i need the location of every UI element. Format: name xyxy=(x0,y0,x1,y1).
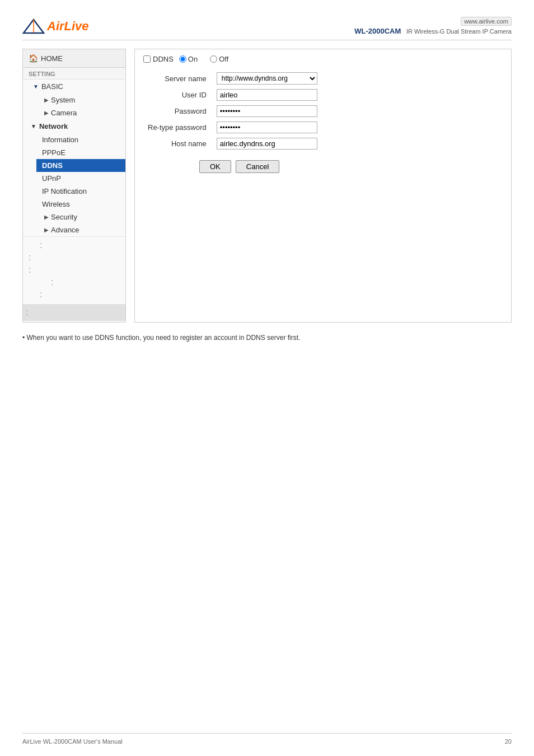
manual-label: AirLive WL-2000CAM User's Manual xyxy=(22,738,123,745)
camera-label: Camera xyxy=(51,109,77,117)
host-name-row: Host name xyxy=(143,136,322,152)
scroll-colon-6: : xyxy=(23,306,125,319)
sidebar-network-submenu: Information PPPoE DDNS UPnP IP Notificat… xyxy=(23,133,125,211)
logo-area: AirLive​ xyxy=(22,18,89,34)
home-icon: 🏠 xyxy=(29,54,38,63)
sidebar-basic-group: ▼ BASIC ▶ System ▶ Camera ▼ Network xyxy=(23,80,125,237)
server-name-input-cell: http://www.dyndns.org xyxy=(212,70,322,87)
retype-password-input-cell xyxy=(212,119,322,136)
sidebar-item-information[interactable]: Information xyxy=(36,133,125,146)
logo-icon xyxy=(22,18,45,34)
ddns-toggle-row: DDNS On Off xyxy=(143,55,503,63)
radio-on-input[interactable] xyxy=(179,55,186,63)
sidebar-scroll-area: : : : : : xyxy=(23,237,125,303)
user-id-row: User ID xyxy=(143,87,322,103)
sidebar-security-sub: ▶ Security xyxy=(23,211,125,223)
security-label: Security xyxy=(51,213,77,221)
sidebar-item-advance[interactable]: ▶ Advance xyxy=(39,223,125,236)
cancel-button[interactable]: Cancel xyxy=(236,160,279,173)
information-label: Information xyxy=(42,136,78,144)
password-input-cell xyxy=(212,103,322,119)
pppoe-label: PPPoE xyxy=(42,148,65,157)
header-model-line: WL-2000CAM IR Wireless-G Dual Stream IP … xyxy=(354,27,512,35)
logo-air: Air xyxy=(47,19,64,33)
content-area: DDNS On Off Server name xyxy=(134,49,512,323)
scroll-colon-5: : xyxy=(29,288,120,301)
user-id-input-cell xyxy=(212,87,322,103)
user-id-input[interactable] xyxy=(217,89,317,101)
wireless-label: Wireless xyxy=(42,200,70,208)
ddns-form: Server name http://www.dyndns.org User I… xyxy=(143,70,322,152)
ddns-check-label: DDNS xyxy=(153,55,174,63)
sidebar-item-upnp[interactable]: UPnP xyxy=(36,172,125,185)
user-id-label-cell: User ID xyxy=(143,87,212,103)
system-arrow-icon: ▶ xyxy=(44,97,49,103)
advance-arrow-icon: ▶ xyxy=(44,227,49,233)
sidebar-system-sub: ▶ System ▶ Camera xyxy=(23,94,125,119)
retype-password-label-cell: Re-type password xyxy=(143,119,212,136)
radio-off-label: Off xyxy=(219,55,228,63)
scroll-colon-1: : xyxy=(29,239,120,251)
header-website: www.airlive.com xyxy=(461,17,512,26)
security-arrow-icon: ▶ xyxy=(44,214,49,220)
sidebar-item-ip-notification[interactable]: IP Notification xyxy=(36,185,125,198)
sidebar-item-ddns[interactable]: DDNS xyxy=(36,159,125,172)
header-model: WL-2000CAM xyxy=(354,27,401,35)
logo-live: Live xyxy=(64,19,89,33)
sidebar-item-security[interactable]: ▶ Security xyxy=(39,211,125,223)
ddns-label: DDNS xyxy=(42,161,63,170)
ok-button[interactable]: OK xyxy=(199,160,231,173)
sidebar-home[interactable]: 🏠 HOME xyxy=(23,49,125,68)
network-arrow-icon: ▼ xyxy=(31,123,36,129)
sidebar-setting-label: SETTING xyxy=(23,68,125,80)
ddns-radio-group: On Off xyxy=(179,55,234,63)
network-label: Network xyxy=(39,122,68,130)
page-number: 20 xyxy=(505,738,512,745)
host-name-input-cell xyxy=(212,136,322,152)
sidebar-item-camera[interactable]: ▶ Camera xyxy=(39,106,125,119)
footer-note: • When you want to use DDNS function, yo… xyxy=(22,334,512,342)
radio-on[interactable]: On xyxy=(179,55,203,63)
host-name-input[interactable] xyxy=(217,138,317,150)
password-label-cell: Password xyxy=(143,103,212,119)
upnp-label: UPnP xyxy=(42,174,61,183)
retype-password-row: Re-type password xyxy=(143,119,322,136)
radio-off[interactable]: Off xyxy=(210,55,234,63)
home-label: HOME xyxy=(41,54,63,63)
basic-arrow-icon: ▼ xyxy=(33,83,39,90)
server-name-label-cell: Server name xyxy=(143,70,212,87)
sidebar-item-wireless[interactable]: Wireless xyxy=(36,198,125,211)
system-label: System xyxy=(51,96,75,104)
ip-notification-label: IP Notification xyxy=(42,187,87,195)
sidebar-item-network[interactable]: ▼ Network xyxy=(23,119,125,133)
server-name-row: Server name http://www.dyndns.org xyxy=(143,70,322,87)
logo-text: AirLive​ xyxy=(47,19,89,34)
page-footer: AirLive WL-2000CAM User's Manual 20 xyxy=(22,733,512,745)
header-desc: IR Wireless-G Dual Stream IP Camera xyxy=(406,28,512,35)
scroll-colon-2: : xyxy=(29,251,120,264)
advance-label: Advance xyxy=(51,226,79,234)
sidebar: 🏠 HOME SETTING ▼ BASIC ▶ System ▶ Camera xyxy=(22,49,126,323)
sidebar-item-basic[interactable]: ▼ BASIC xyxy=(23,80,125,94)
scroll-bar-indicator[interactable]: : xyxy=(23,304,125,321)
server-name-select[interactable]: http://www.dyndns.org xyxy=(217,72,317,85)
camera-arrow-icon: ▶ xyxy=(44,110,49,116)
ddns-checkbox[interactable] xyxy=(143,55,151,63)
main-layout: 🏠 HOME SETTING ▼ BASIC ▶ System ▶ Camera xyxy=(22,49,512,323)
scroll-colon-3: : xyxy=(29,264,120,276)
sidebar-advance-sub: ▶ Advance xyxy=(23,223,125,236)
retype-password-input[interactable] xyxy=(217,122,317,133)
password-row: Password xyxy=(143,103,322,119)
radio-off-input[interactable] xyxy=(210,55,217,63)
sidebar-item-pppoe[interactable]: PPPoE xyxy=(36,146,125,159)
header-right: www.airlive.com WL-2000CAM IR Wireless-G… xyxy=(354,17,512,35)
page: AirLive​ www.airlive.com WL-2000CAM IR W… xyxy=(0,0,534,756)
sidebar-item-system[interactable]: ▶ System xyxy=(39,94,125,106)
scroll-colon-4: : xyxy=(29,276,120,288)
button-row: OK Cancel xyxy=(199,160,503,173)
host-name-label-cell: Host name xyxy=(143,136,212,152)
radio-on-label: On xyxy=(188,55,198,63)
header: AirLive​ www.airlive.com WL-2000CAM IR W… xyxy=(22,17,512,40)
password-input[interactable] xyxy=(217,105,317,117)
basic-label: BASIC xyxy=(41,82,63,91)
